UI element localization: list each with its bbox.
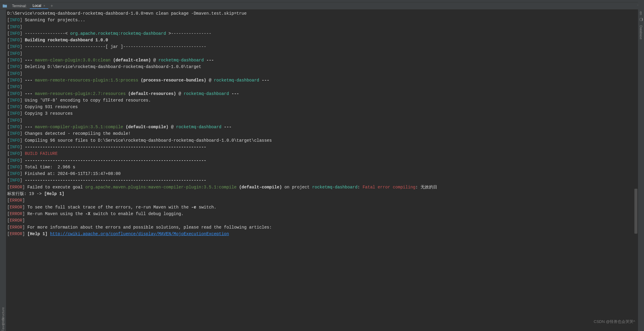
log-level: INFO (10, 31, 20, 36)
log-level: ERROR (10, 185, 22, 190)
log-text: --- (221, 125, 232, 129)
log-text: Fatal error compiling (363, 185, 415, 190)
database-icon[interactable] (639, 18, 643, 21)
log-text: Finished at: 2024-06-11T17:15:47+08:00 (25, 171, 121, 176)
help-link[interactable]: http://cwiki.apache.org/confluence/displ… (50, 232, 229, 236)
log-text: Copying 3 resources (25, 111, 73, 116)
log-bracket: ] (22, 218, 25, 223)
log-text: rocketmq-dashboard (312, 185, 358, 190)
log-level: INFO (10, 44, 20, 49)
log-level: INFO (10, 18, 20, 22)
log-bracket: ] (20, 91, 22, 96)
log-bracket: ] (22, 198, 25, 203)
close-icon[interactable]: × (43, 4, 45, 7)
log-level: ERROR (10, 218, 22, 223)
log-text: -e (191, 205, 196, 210)
log-text: org.apache.maven.plugins:maven-compiler-… (85, 185, 236, 190)
log-text: org.apache.rocketmq:rocketmq-dashboard (70, 31, 166, 36)
log-level: INFO (10, 111, 20, 116)
log-bracket: ] (22, 205, 25, 210)
sidebar-item-structure[interactable]: Structure (1, 307, 5, 325)
log-text: -X (85, 211, 90, 216)
tab-local[interactable]: Local × (30, 3, 48, 9)
log-text: rocketmq-dashboard (214, 78, 259, 83)
terminal-tab-bar: Terminal: Local × + (0, 2, 644, 10)
log-level: INFO (10, 25, 20, 29)
log-text (47, 232, 50, 236)
log-bracket: ] (22, 211, 25, 216)
log-text: [Help 1] (27, 232, 47, 236)
log-level: INFO (10, 38, 20, 43)
sidebar-item-database[interactable]: Database (639, 25, 643, 39)
log-text: --------------------------------[ jar ]-… (25, 44, 206, 49)
folder-icon (2, 4, 7, 8)
log-bracket: ] (20, 165, 22, 170)
log-text: switch to enable full debug logging. (90, 211, 184, 216)
command: mvn clean package -Dmaven.test.skip=true (146, 11, 247, 16)
log-text: --- (204, 58, 214, 63)
log-text: on project (282, 185, 312, 190)
log-text: (process-resource-bundles) (138, 78, 206, 83)
log-text: rocketmq-dashboard (176, 125, 221, 129)
log-bracket: ] (20, 78, 22, 83)
watermark-text: CSDN @怪兽也会哭哭^ (594, 319, 635, 324)
log-text: Failed to execute goal (27, 185, 85, 190)
log-text: --- (259, 78, 269, 83)
log-text: >---------------- (166, 31, 211, 36)
right-tool-sidebar: en Database (638, 0, 644, 331)
prompt: D:\Service\rocketmq-dashboard-rocketmq-d… (7, 11, 146, 16)
log-level: INFO (10, 138, 20, 143)
window-top-edge (0, 0, 644, 2)
log-bracket: ] (20, 51, 22, 56)
log-bracket: ] (20, 158, 22, 163)
tab-terminal-label[interactable]: Terminal: (9, 3, 30, 9)
log-level: INFO (10, 165, 20, 170)
log-level: INFO (10, 151, 20, 156)
log-level: INFO (10, 118, 20, 123)
log-text: maven-clean-plugin:3.0.0:clean (35, 58, 110, 63)
log-level: ERROR (10, 198, 22, 203)
add-tab-button[interactable]: + (48, 3, 55, 9)
log-bracket: ] (20, 71, 22, 76)
log-text: Changes detected - recompiling the modul… (25, 131, 131, 136)
log-text: Compiling 96 source files to D:\Service\… (25, 138, 272, 143)
log-text: Total time: 2.966 s (25, 165, 75, 170)
log-level: INFO (10, 98, 20, 103)
svg-rect-2 (3, 324, 3, 324)
log-text: --- (25, 125, 35, 129)
log-bracket: ] (20, 131, 22, 136)
log-bracket: ] (20, 138, 22, 143)
log-text: --- (25, 58, 35, 63)
svg-point-0 (642, 18, 643, 21)
sidebar-item-maven[interactable]: en (639, 11, 643, 15)
log-level: INFO (10, 125, 20, 129)
log-text: --- (25, 91, 35, 96)
log-level: INFO (10, 91, 20, 96)
log-text: BUILD FAILURE (25, 151, 58, 156)
log-level: INFO (10, 71, 20, 76)
log-text: ----------------------------------------… (25, 178, 206, 183)
log-level: INFO (10, 105, 20, 109)
log-level: ERROR (10, 205, 22, 210)
log-text: @ (151, 58, 158, 63)
log-text: --- (25, 78, 35, 83)
log-text: --- (229, 91, 239, 96)
log-text: Building rocketmq-dashboard 1.0.0 (25, 38, 108, 43)
log-level: ERROR (10, 211, 22, 216)
log-text: [Help 1] (44, 191, 64, 196)
log-level: INFO (10, 178, 20, 183)
log-bracket: ] (20, 84, 22, 89)
log-level: INFO (10, 131, 20, 136)
log-bracket: ] (20, 145, 22, 149)
scrollbar-thumb[interactable] (634, 189, 637, 234)
log-text: @ (169, 125, 176, 129)
log-level: INFO (10, 145, 20, 149)
log-bracket: ] (20, 171, 22, 176)
log-text: maven-compiler-plugin:3.5.1:compile (35, 125, 123, 129)
log-level: ERROR (10, 225, 22, 230)
log-bracket: ] (20, 18, 22, 22)
log-bracket: ] (22, 225, 25, 230)
terminal-output[interactable]: D:\Service\rocketmq-dashboard-rocketmq-d… (7, 10, 637, 324)
log-text: rocketmq-dashboard (184, 91, 229, 96)
log-level: INFO (10, 51, 20, 56)
